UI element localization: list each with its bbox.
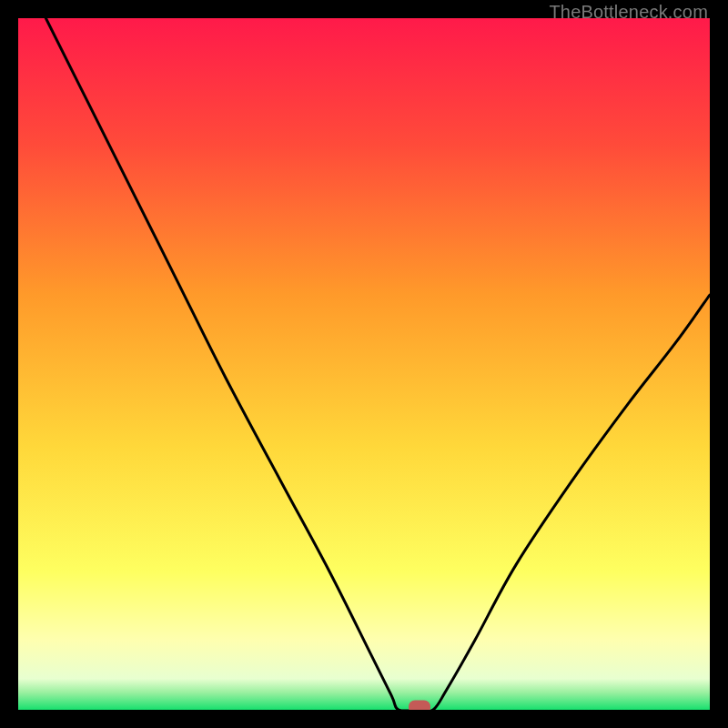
watermark-text: TheBottleneck.com (549, 2, 708, 23)
bottleneck-curve (18, 18, 710, 710)
plot-area (18, 18, 710, 710)
chart-frame: TheBottleneck.com (0, 0, 728, 728)
optimal-marker (409, 701, 430, 711)
